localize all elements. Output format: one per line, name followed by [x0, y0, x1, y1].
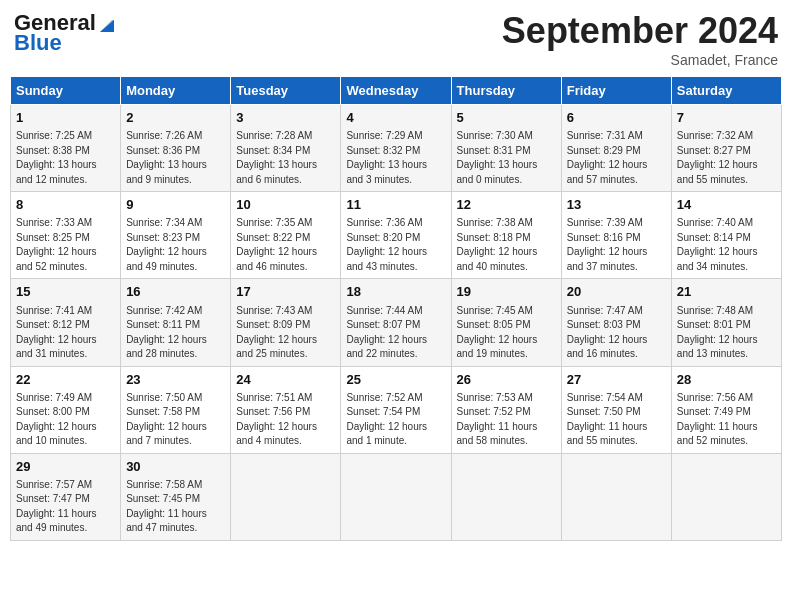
calendar-cell: 12Sunrise: 7:38 AMSunset: 8:18 PMDayligh… — [451, 192, 561, 279]
day-number: 15 — [16, 283, 115, 301]
logo-blue: Blue — [14, 30, 62, 56]
day-info: Sunrise: 7:26 AMSunset: 8:36 PMDaylight:… — [126, 130, 207, 185]
day-number: 19 — [457, 283, 556, 301]
calendar-cell: 22Sunrise: 7:49 AMSunset: 8:00 PMDayligh… — [11, 366, 121, 453]
day-number: 13 — [567, 196, 666, 214]
day-info: Sunrise: 7:51 AMSunset: 7:56 PMDaylight:… — [236, 392, 317, 447]
day-number: 4 — [346, 109, 445, 127]
calendar-cell: 28Sunrise: 7:56 AMSunset: 7:49 PMDayligh… — [671, 366, 781, 453]
calendar-cell: 13Sunrise: 7:39 AMSunset: 8:16 PMDayligh… — [561, 192, 671, 279]
calendar-cell: 24Sunrise: 7:51 AMSunset: 7:56 PMDayligh… — [231, 366, 341, 453]
day-info: Sunrise: 7:58 AMSunset: 7:45 PMDaylight:… — [126, 479, 207, 534]
calendar-cell: 30Sunrise: 7:58 AMSunset: 7:45 PMDayligh… — [121, 453, 231, 540]
calendar-cell: 14Sunrise: 7:40 AMSunset: 8:14 PMDayligh… — [671, 192, 781, 279]
day-number: 14 — [677, 196, 776, 214]
weekday-header: Friday — [561, 77, 671, 105]
day-number: 20 — [567, 283, 666, 301]
calendar-cell — [451, 453, 561, 540]
calendar-cell: 9Sunrise: 7:34 AMSunset: 8:23 PMDaylight… — [121, 192, 231, 279]
day-info: Sunrise: 7:34 AMSunset: 8:23 PMDaylight:… — [126, 217, 207, 272]
calendar-cell: 1Sunrise: 7:25 AMSunset: 8:38 PMDaylight… — [11, 105, 121, 192]
day-info: Sunrise: 7:41 AMSunset: 8:12 PMDaylight:… — [16, 305, 97, 360]
day-info: Sunrise: 7:43 AMSunset: 8:09 PMDaylight:… — [236, 305, 317, 360]
day-number: 8 — [16, 196, 115, 214]
day-number: 25 — [346, 371, 445, 389]
week-row: 8Sunrise: 7:33 AMSunset: 8:25 PMDaylight… — [11, 192, 782, 279]
day-info: Sunrise: 7:25 AMSunset: 8:38 PMDaylight:… — [16, 130, 97, 185]
day-number: 11 — [346, 196, 445, 214]
calendar-cell: 21Sunrise: 7:48 AMSunset: 8:01 PMDayligh… — [671, 279, 781, 366]
day-info: Sunrise: 7:44 AMSunset: 8:07 PMDaylight:… — [346, 305, 427, 360]
day-number: 21 — [677, 283, 776, 301]
title-block: September 2024 Samadet, France — [502, 10, 778, 68]
calendar-cell: 23Sunrise: 7:50 AMSunset: 7:58 PMDayligh… — [121, 366, 231, 453]
day-number: 16 — [126, 283, 225, 301]
weekday-header: Thursday — [451, 77, 561, 105]
calendar-cell — [341, 453, 451, 540]
week-row: 15Sunrise: 7:41 AMSunset: 8:12 PMDayligh… — [11, 279, 782, 366]
day-info: Sunrise: 7:39 AMSunset: 8:16 PMDaylight:… — [567, 217, 648, 272]
day-info: Sunrise: 7:42 AMSunset: 8:11 PMDaylight:… — [126, 305, 207, 360]
day-number: 30 — [126, 458, 225, 476]
day-number: 29 — [16, 458, 115, 476]
week-row: 1Sunrise: 7:25 AMSunset: 8:38 PMDaylight… — [11, 105, 782, 192]
day-info: Sunrise: 7:40 AMSunset: 8:14 PMDaylight:… — [677, 217, 758, 272]
day-info: Sunrise: 7:50 AMSunset: 7:58 PMDaylight:… — [126, 392, 207, 447]
day-number: 6 — [567, 109, 666, 127]
day-info: Sunrise: 7:28 AMSunset: 8:34 PMDaylight:… — [236, 130, 317, 185]
page-header: General Blue September 2024 Samadet, Fra… — [10, 10, 782, 68]
day-number: 28 — [677, 371, 776, 389]
calendar-cell: 6Sunrise: 7:31 AMSunset: 8:29 PMDaylight… — [561, 105, 671, 192]
day-info: Sunrise: 7:35 AMSunset: 8:22 PMDaylight:… — [236, 217, 317, 272]
calendar-cell: 19Sunrise: 7:45 AMSunset: 8:05 PMDayligh… — [451, 279, 561, 366]
day-info: Sunrise: 7:54 AMSunset: 7:50 PMDaylight:… — [567, 392, 648, 447]
day-number: 9 — [126, 196, 225, 214]
day-info: Sunrise: 7:47 AMSunset: 8:03 PMDaylight:… — [567, 305, 648, 360]
day-info: Sunrise: 7:31 AMSunset: 8:29 PMDaylight:… — [567, 130, 648, 185]
calendar-cell: 25Sunrise: 7:52 AMSunset: 7:54 PMDayligh… — [341, 366, 451, 453]
day-info: Sunrise: 7:29 AMSunset: 8:32 PMDaylight:… — [346, 130, 427, 185]
weekday-header: Tuesday — [231, 77, 341, 105]
header-row: SundayMondayTuesdayWednesdayThursdayFrid… — [11, 77, 782, 105]
logo-icon — [98, 16, 116, 34]
day-info: Sunrise: 7:38 AMSunset: 8:18 PMDaylight:… — [457, 217, 538, 272]
calendar-cell: 17Sunrise: 7:43 AMSunset: 8:09 PMDayligh… — [231, 279, 341, 366]
day-number: 10 — [236, 196, 335, 214]
logo: General Blue — [14, 10, 116, 56]
day-info: Sunrise: 7:33 AMSunset: 8:25 PMDaylight:… — [16, 217, 97, 272]
day-number: 23 — [126, 371, 225, 389]
subtitle: Samadet, France — [502, 52, 778, 68]
day-number: 12 — [457, 196, 556, 214]
calendar-cell: 5Sunrise: 7:30 AMSunset: 8:31 PMDaylight… — [451, 105, 561, 192]
calendar-cell: 7Sunrise: 7:32 AMSunset: 8:27 PMDaylight… — [671, 105, 781, 192]
calendar-cell: 3Sunrise: 7:28 AMSunset: 8:34 PMDaylight… — [231, 105, 341, 192]
weekday-header: Wednesday — [341, 77, 451, 105]
day-info: Sunrise: 7:56 AMSunset: 7:49 PMDaylight:… — [677, 392, 758, 447]
calendar-cell: 8Sunrise: 7:33 AMSunset: 8:25 PMDaylight… — [11, 192, 121, 279]
calendar-cell: 11Sunrise: 7:36 AMSunset: 8:20 PMDayligh… — [341, 192, 451, 279]
calendar-cell: 29Sunrise: 7:57 AMSunset: 7:47 PMDayligh… — [11, 453, 121, 540]
day-info: Sunrise: 7:49 AMSunset: 8:00 PMDaylight:… — [16, 392, 97, 447]
day-info: Sunrise: 7:52 AMSunset: 7:54 PMDaylight:… — [346, 392, 427, 447]
day-number: 7 — [677, 109, 776, 127]
calendar-cell: 27Sunrise: 7:54 AMSunset: 7:50 PMDayligh… — [561, 366, 671, 453]
month-title: September 2024 — [502, 10, 778, 52]
day-info: Sunrise: 7:30 AMSunset: 8:31 PMDaylight:… — [457, 130, 538, 185]
week-row: 22Sunrise: 7:49 AMSunset: 8:00 PMDayligh… — [11, 366, 782, 453]
calendar-cell: 10Sunrise: 7:35 AMSunset: 8:22 PMDayligh… — [231, 192, 341, 279]
day-number: 2 — [126, 109, 225, 127]
calendar-cell: 15Sunrise: 7:41 AMSunset: 8:12 PMDayligh… — [11, 279, 121, 366]
calendar-cell: 18Sunrise: 7:44 AMSunset: 8:07 PMDayligh… — [341, 279, 451, 366]
day-number: 24 — [236, 371, 335, 389]
day-number: 18 — [346, 283, 445, 301]
day-info: Sunrise: 7:57 AMSunset: 7:47 PMDaylight:… — [16, 479, 97, 534]
calendar-cell: 20Sunrise: 7:47 AMSunset: 8:03 PMDayligh… — [561, 279, 671, 366]
day-number: 26 — [457, 371, 556, 389]
calendar-cell: 2Sunrise: 7:26 AMSunset: 8:36 PMDaylight… — [121, 105, 231, 192]
weekday-header: Monday — [121, 77, 231, 105]
calendar-cell: 26Sunrise: 7:53 AMSunset: 7:52 PMDayligh… — [451, 366, 561, 453]
day-number: 27 — [567, 371, 666, 389]
calendar-cell — [561, 453, 671, 540]
day-number: 17 — [236, 283, 335, 301]
calendar-table: SundayMondayTuesdayWednesdayThursdayFrid… — [10, 76, 782, 541]
